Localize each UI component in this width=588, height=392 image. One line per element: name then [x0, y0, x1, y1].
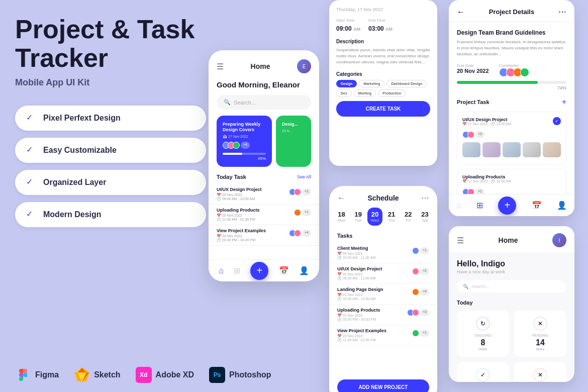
date-19[interactable]: 19 Tue: [351, 208, 365, 226]
home-nav-icon[interactable]: ⌂: [219, 266, 224, 275]
home-search[interactable]: 🔍 Search...: [457, 280, 566, 292]
start-time-label: Start Time: [336, 18, 360, 23]
tool-figma: Figma: [15, 367, 59, 383]
due-contributor-row: Due Date 20 Nov 2022 Contributor: [457, 63, 566, 77]
fab-add-button[interactable]: +: [250, 262, 268, 280]
start-time-value: 09:00 AM: [336, 25, 360, 32]
tb1: [294, 209, 301, 216]
schedule-task-5[interactable]: View Project Examples 📅 23 Nov 2022 🕐 11…: [329, 325, 437, 346]
home-hamburger-icon[interactable]: ☰: [457, 236, 464, 245]
task-meta-3: 📅 24 Nov 2022: [217, 234, 266, 238]
panel-home: ☰ Home I Hello, Indigo Have a nice day a…: [449, 226, 574, 382]
card-green-title: Desig...: [282, 122, 305, 127]
task-row-1[interactable]: UI/UX Design Project 📅 19 Nov 2022 🕐 09:…: [209, 184, 319, 205]
add-task-icon[interactable]: +: [562, 97, 566, 107]
task-avatars-2: +1: [294, 209, 311, 216]
see-all-link[interactable]: See All: [297, 174, 311, 179]
contrib-4: [520, 68, 529, 77]
progress-percent: 74%: [457, 85, 566, 90]
date-20[interactable]: 20 Wed: [367, 208, 382, 226]
date-23[interactable]: 23 Sat: [418, 208, 432, 226]
avatar-plus: +4: [241, 142, 250, 149]
tool-ps: Ps Photoshop: [209, 367, 271, 383]
hamburger-icon[interactable]: ☰: [217, 62, 224, 71]
progress-fill: [223, 153, 242, 155]
task-card-1-info: UI/UX Design Project 📅 17 Nov 2022 🕐 10:…: [462, 117, 511, 129]
task-info-3: View Project Examples 📅 24 Nov 2022 🕐 03…: [217, 228, 266, 242]
task-plus-1: +2: [302, 188, 311, 195]
ta2: [294, 188, 301, 195]
today-task-label: Today Task: [217, 174, 246, 180]
progress-bg: [223, 153, 266, 155]
calendar-detail-icon[interactable]: 📅: [532, 201, 542, 210]
phone-search[interactable]: 🔍 Search...: [217, 95, 311, 110]
st1-avatars: +1: [412, 247, 429, 254]
add-project-button[interactable]: ADD NEW PROJECT: [337, 379, 429, 392]
card-avatars: +4: [223, 142, 266, 149]
create-task-button[interactable]: CREATE TASK: [336, 101, 430, 117]
schedule-task-2[interactable]: UI/UX Design Project 📅 20 Nov 2022 🕐 09:…: [329, 263, 437, 284]
ongoing-label: ONGOING: [463, 334, 503, 337]
task-info-2: Uploading Products 📅 20 Nov 2022 🕐 11:00…: [217, 208, 260, 222]
task-name-3: View Project Examples: [217, 228, 266, 233]
schedule-title: Schedule: [367, 194, 399, 202]
details-fab[interactable]: +: [498, 197, 516, 215]
date-21[interactable]: 21 Thu: [384, 208, 399, 226]
cat-design[interactable]: Design: [336, 80, 357, 87]
cat-dashboard[interactable]: Dashboard Design: [386, 80, 427, 87]
feature-text-1: Pixel Perfext Design: [43, 114, 121, 123]
grid-nav-icon[interactable]: ⊞: [234, 266, 240, 275]
schedule-task-1[interactable]: Client Meeting 📅 20 Nov 2022 🕐 10:00 AM …: [329, 243, 437, 263]
card-green[interactable]: Desig... 24 N...: [276, 116, 311, 167]
date-18[interactable]: 18 Mon: [334, 208, 349, 226]
check-icon-1: ✓: [26, 113, 37, 124]
back-icon[interactable]: ←: [457, 8, 465, 17]
thumb-4: [523, 142, 541, 157]
profile-nav-icon[interactable]: 👤: [299, 266, 309, 275]
task-time-3: 🕐 03:00 PM - 04:45 PM: [217, 238, 266, 242]
thumb-3: [503, 142, 521, 157]
home-detail-icon[interactable]: ⌂: [456, 201, 461, 210]
card-blue[interactable]: Preparing Weekly Design Covers 📅 17 Nov …: [217, 116, 272, 167]
cat-meeting[interactable]: Meeting: [354, 89, 376, 97]
task-card-1-meta: 📅 17 Nov 2022 🕐 10:00 AM: [462, 122, 511, 126]
schedule-task-4[interactable]: Uploading Products 📅 22 Nov 2022 🕐 02:00…: [329, 305, 437, 325]
more-schedule-icon[interactable]: ⋯: [421, 193, 429, 203]
more-icon[interactable]: ⋯: [558, 7, 566, 17]
cat-production[interactable]: Production: [378, 89, 406, 97]
schedule-task-3[interactable]: Landing Page Design 📅 21 Nov 2022 🕐 10:3…: [329, 284, 437, 305]
end-time-value: 03:00 AM: [368, 25, 393, 32]
phone-schedule: ← Schedule ⋯ 18 Mon 19 Tue 20 Wed 21 Thu…: [329, 186, 437, 392]
time-row: Start Time 09:00 AM End Time 03:00 AM: [336, 18, 430, 33]
date-22[interactable]: 22 Fri: [401, 208, 416, 226]
calendar-nav-icon[interactable]: 📅: [279, 266, 289, 275]
search-placeholder: Search...: [234, 100, 256, 106]
task-row-2[interactable]: Uploading Products 📅 20 Nov 2022 🕐 11:00…: [209, 205, 319, 225]
details-title: Project Details: [489, 8, 534, 16]
cat-marketing[interactable]: Marketing: [359, 80, 384, 87]
task-card-1-name: UI/UX Design Project: [462, 117, 511, 122]
phone-home: ☰ Home E Good Morning, Eleanor 🔍 Search.…: [209, 50, 319, 281]
cancel-icon: ✕: [533, 368, 547, 382]
profile-detail-icon[interactable]: 👤: [557, 201, 567, 210]
task-meta-2: 📅 20 Nov 2022: [217, 214, 260, 218]
back-schedule-icon[interactable]: ←: [337, 193, 345, 203]
task-name-1: UI/UX Design Project: [217, 187, 262, 192]
task-card-1[interactable]: UI/UX Design Project 📅 17 Nov 2022 🕐 10:…: [457, 112, 566, 165]
task-plus-3: +4: [302, 230, 311, 237]
tool-xd: Xd Adobe XD: [136, 367, 194, 383]
st4-info: Uploading Products 📅 22 Nov 2022 🕐 02:00…: [337, 308, 380, 322]
grid-detail-icon[interactable]: ⊞: [476, 201, 483, 210]
task-row-3[interactable]: View Project Examples 📅 24 Nov 2022 🕐 03…: [209, 225, 319, 246]
xd-label: Adobe XD: [156, 370, 194, 379]
details-body: Design Team Brand Guidelines Praesent fi…: [449, 22, 574, 216]
check-icon-3: ✓: [26, 177, 37, 188]
details-header: ← Project Details ⋯: [449, 0, 574, 22]
main-title: Project & TaskTracker: [15, 15, 206, 72]
cat-dev[interactable]: Dev: [336, 89, 352, 97]
avatar-3: [233, 142, 240, 149]
panel-create-task: Thursday, 17 Nov 2022 Start Time 09:00 A…: [329, 0, 437, 166]
today-task-header: Today Task See All: [209, 174, 319, 180]
stat-completed: ✓ COMPLETED 24 tasks: [457, 362, 509, 382]
thumb-5: [543, 142, 561, 157]
